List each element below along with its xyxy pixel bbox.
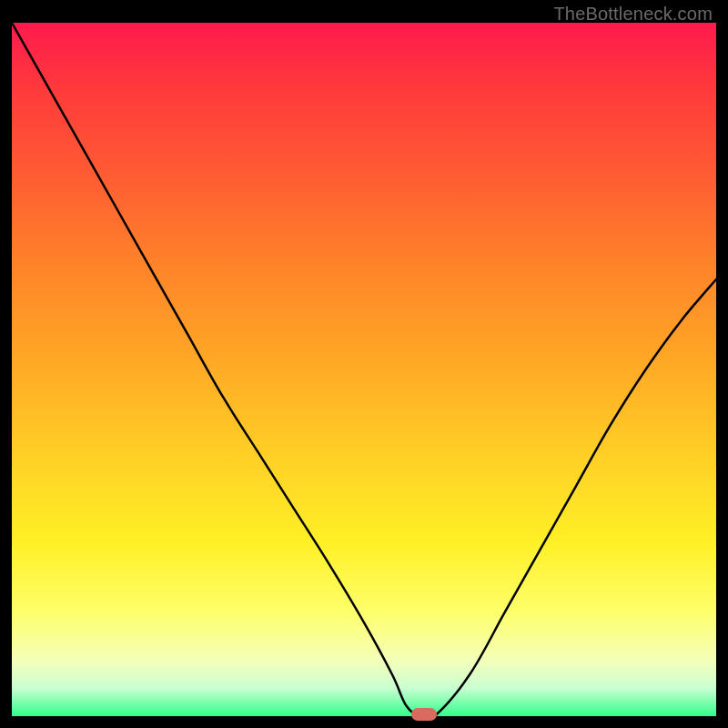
- bottleneck-curve: [12, 23, 716, 716]
- optimal-point-marker: [411, 708, 437, 721]
- chart-frame: TheBottleneck.com: [12, 0, 716, 716]
- watermark-text: TheBottleneck.com: [553, 4, 713, 25]
- plot-area: [12, 23, 716, 716]
